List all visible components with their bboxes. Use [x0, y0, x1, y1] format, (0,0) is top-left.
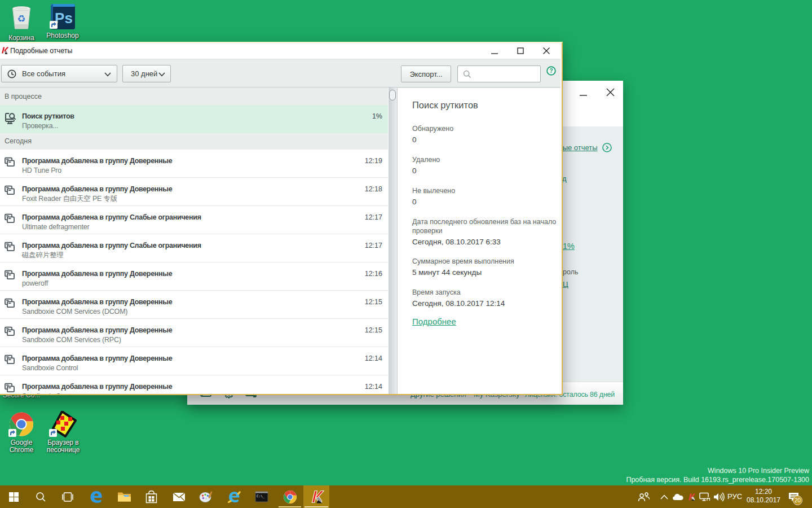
report-title: Программа добавлена в группу Доверенные: [22, 269, 172, 278]
paint-icon: [199, 490, 213, 503]
report-time: 12:14: [365, 354, 382, 362]
maximize-icon: [517, 47, 524, 54]
desktop-icon-recycle-bin[interactable]: ♻ Корзина: [0, 3, 43, 42]
report-subtitle: 磁盘碎片整理: [22, 251, 64, 260]
stat-not-cured: Не вылечено 0: [412, 186, 561, 207]
start-button[interactable]: [1, 485, 26, 508]
application-icon: [5, 157, 15, 169]
running-task-row[interactable]: Поиск руткитов Проверка... 1%: [0, 105, 388, 133]
report-row[interactable]: Программа добавлена в группу Доверенные …: [0, 291, 388, 319]
main-link-fragment-d[interactable]: д: [562, 174, 567, 183]
task-view-icon: [62, 492, 73, 502]
report-row[interactable]: Программа добавлена в группу Доверенные …: [0, 178, 388, 206]
desktop-icon-google-chrome[interactable]: GoogleChrome: [0, 411, 43, 454]
minimize-button[interactable]: [486, 43, 504, 59]
main-close-button[interactable]: [602, 85, 619, 99]
taskbar: C:\_: [0, 485, 812, 508]
shortcut-arrow-icon: [49, 429, 57, 437]
tray-network-icon[interactable]: [698, 485, 712, 508]
report-time: 12:17: [365, 213, 382, 221]
photoshop-icon: Ps: [50, 3, 76, 30]
report-row[interactable]: Программа добавлена в группу Доверенные …: [0, 347, 388, 375]
sandboxie-icon: [49, 411, 77, 437]
taskbar-mail[interactable]: [166, 485, 191, 508]
tray-show-hidden-icons[interactable]: [657, 485, 671, 508]
file-explorer-icon: [117, 491, 131, 503]
desktop-icon-photoshop[interactable]: Ps Photoshop: [41, 3, 84, 40]
close-button[interactable]: [537, 43, 555, 59]
windows-watermark: Windows 10 Pro Insider Preview Пробная в…: [626, 466, 809, 484]
maximize-button[interactable]: [511, 43, 529, 59]
stat-start-time: Время запуска Сегодня, 08.10.2017 12:14: [412, 288, 561, 309]
application-icon: [5, 326, 15, 339]
chevron-down-icon: [158, 72, 165, 77]
application-icon: [5, 383, 15, 394]
taskbar-kaspersky-active[interactable]: [303, 485, 329, 508]
task-detail-panel: Поиск руткитов Обнаружено 0 Удалено 0 Не…: [397, 87, 561, 394]
minimize-icon: [575, 85, 592, 99]
help-icon: ?: [546, 66, 556, 76]
main-link-fragment-ts[interactable]: Ц: [563, 280, 568, 288]
taskbar-chrome[interactable]: [277, 485, 302, 508]
search-field[interactable]: [457, 65, 541, 82]
taskbar-paint[interactable]: [193, 485, 218, 508]
export-button[interactable]: Экспорт...: [401, 65, 451, 82]
report-title: Программа добавлена в группу Слабые огра…: [22, 213, 201, 222]
report-row[interactable]: Программа добавлена в группу Доверенные …: [0, 375, 388, 394]
chrome-icon: [8, 411, 34, 437]
taskbar-command-prompt[interactable]: C:\_: [249, 485, 274, 508]
report-row[interactable]: Программа добавлена в группу Слабые огра…: [0, 234, 388, 262]
report-row[interactable]: Программа добавлена в группу Доверенные …: [0, 262, 388, 291]
report-title: Программа добавлена в группу Доверенные: [22, 382, 172, 391]
svg-text:C:\_: C:\_: [257, 494, 265, 498]
reports-titlebar[interactable]: Подробные отчеты: [0, 43, 561, 59]
report-row[interactable]: Программа добавлена в группу Доверенные …: [0, 150, 388, 178]
tray-volume-icon[interactable]: [712, 485, 726, 508]
minimize-icon: [491, 47, 498, 55]
report-subtitle: HD Tune Pro: [22, 167, 61, 175]
shortcut-arrow-icon: [8, 429, 16, 437]
report-row[interactable]: Программа добавлена в группу Доверенные …: [0, 319, 388, 347]
tray-people-icon[interactable]: [636, 485, 652, 508]
application-icon: [5, 270, 15, 282]
main-reports-link-fragment[interactable]: бные отчеты: [554, 142, 612, 152]
store-icon: [145, 491, 157, 503]
tray-kaspersky-icon[interactable]: [685, 485, 698, 508]
events-filter-dropdown[interactable]: Все события: [1, 65, 117, 82]
application-icon: [5, 298, 15, 310]
search-input[interactable]: [474, 67, 539, 81]
taskbar-file-explorer[interactable]: [112, 485, 136, 508]
clock-icon: [7, 69, 16, 78]
taskbar-edge[interactable]: [83, 485, 108, 508]
taskbar-internet-explorer[interactable]: [222, 485, 246, 508]
task-progress: 1%: [372, 112, 382, 120]
taskbar-search-button[interactable]: [28, 485, 53, 508]
report-time: 12:15: [365, 298, 382, 306]
details-link[interactable]: Подробнее: [412, 317, 456, 326]
report-subtitle: Sandboxie COM Services (DCOM): [22, 308, 127, 316]
chrome-icon: [283, 490, 297, 504]
report-title: Программа добавлена в группу Доверенные: [22, 326, 172, 335]
main-progress-fragment[interactable]: 1%: [563, 242, 575, 251]
recycle-bin-icon: ♻: [0, 3, 43, 33]
desktop-icon-sandboxie-browser[interactable]: Браузер впесочнице: [42, 411, 85, 454]
desktop-icon-label: Браузер впесочнице: [42, 439, 85, 454]
report-time: 12:18: [365, 185, 382, 193]
stat-removed: Удалено 0: [412, 155, 561, 176]
reports-window: Подробные отчеты Все события: [0, 42, 563, 395]
main-minimize-button[interactable]: [575, 85, 592, 99]
tray-onedrive-icon[interactable]: [671, 485, 685, 508]
search-icon: [36, 492, 46, 502]
tray-clock[interactable]: 12:20 08.10.2017: [745, 485, 782, 508]
scrollbar-track[interactable]: [389, 87, 397, 394]
tray-language-indicator[interactable]: РУС: [727, 492, 742, 501]
report-time: 12:16: [365, 270, 382, 278]
report-time: 12:19: [365, 157, 382, 165]
taskbar-store[interactable]: [139, 485, 164, 508]
desktop: ♻ Корзина Ps Photoshop: [0, 0, 812, 508]
task-view-button[interactable]: [55, 485, 80, 508]
report-row[interactable]: Программа добавлена в группу Слабые огра…: [0, 206, 388, 234]
help-button[interactable]: ?: [546, 66, 556, 78]
period-filter-dropdown[interactable]: 30 дней: [122, 65, 171, 82]
scrollbar-thumb[interactable]: [389, 90, 396, 100]
